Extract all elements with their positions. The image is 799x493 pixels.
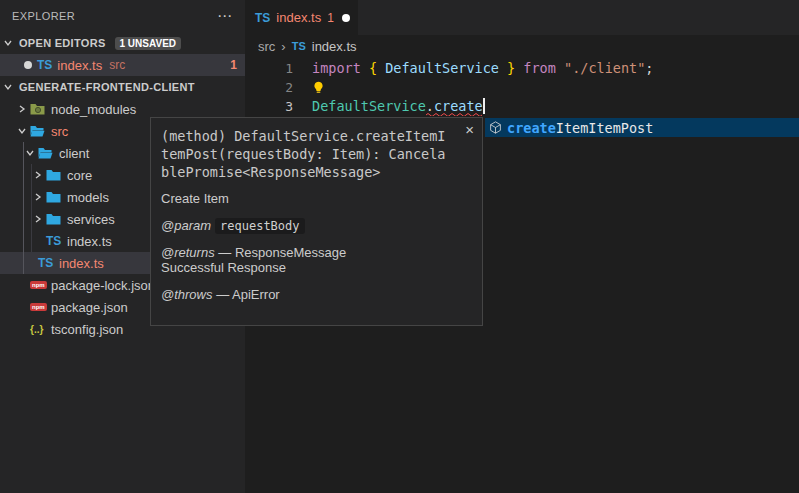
- chevron-down-icon: [4, 39, 16, 47]
- chevron-right-icon: [34, 171, 46, 179]
- returns-tag: @returns: [161, 245, 215, 260]
- error-count-badge: 1: [230, 58, 237, 72]
- tab-error-count: 1: [327, 11, 334, 25]
- throws-tag: @throws: [161, 287, 213, 302]
- npm-icon: npm: [30, 281, 47, 290]
- modified-dot-icon: [24, 61, 32, 69]
- tab-filename: index.ts: [276, 10, 321, 25]
- breadcrumb-folder[interactable]: src: [258, 39, 275, 54]
- breadcrumb-file[interactable]: index.ts: [312, 39, 357, 54]
- param-name-chip: requestBody: [215, 218, 304, 234]
- open-editor-folder: src: [109, 58, 125, 72]
- code-line-3: 3 DefaultService.create: [245, 97, 799, 116]
- chevron-down-icon: [26, 149, 38, 157]
- json-braces-icon: {..}: [30, 324, 47, 335]
- node-modules-folder-icon: [30, 103, 47, 115]
- line-number: 3: [245, 97, 293, 116]
- code-area[interactable]: 1 import { DefaultService } from "./clie…: [245, 57, 799, 116]
- typescript-icon: TS: [255, 11, 270, 25]
- line-number: 1: [245, 59, 293, 78]
- chevron-right-icon: [34, 193, 46, 201]
- open-editor-item[interactable]: TS index.ts src 1: [0, 54, 245, 76]
- code-line-content: import { DefaultService } from "./client…: [312, 59, 653, 78]
- error-squiggle: [426, 112, 484, 116]
- close-icon[interactable]: ×: [465, 123, 474, 137]
- param-tag: @param: [161, 218, 211, 233]
- folder-icon: [46, 213, 63, 225]
- typescript-icon: TS: [292, 40, 306, 52]
- method-cube-icon: [489, 121, 502, 134]
- doc-throws-line: @throws — ApiError: [161, 287, 472, 302]
- folder-open-icon: [38, 147, 55, 159]
- more-actions-icon[interactable]: ⋯: [217, 7, 233, 25]
- code-line-content: [312, 78, 325, 97]
- npm-icon: npm: [30, 303, 47, 312]
- suggestion-item-selected[interactable]: createItemItemPost: [485, 118, 799, 137]
- line-number: 2: [245, 78, 293, 97]
- chevron-down-icon: [18, 127, 30, 135]
- vscode-window: EXPLORER ⋯ OPEN EDITORS 1 UNSAVED TS ind…: [0, 0, 799, 493]
- folder-icon: [46, 169, 63, 181]
- tab-bar: TS index.ts 1: [245, 0, 799, 35]
- typescript-icon: TS: [37, 58, 52, 72]
- explorer-title: EXPLORER: [12, 10, 75, 22]
- tab-index-ts[interactable]: TS index.ts 1: [245, 0, 358, 35]
- suggestion-label: createItemItemPost: [507, 120, 653, 136]
- modified-dot-icon[interactable]: [342, 14, 350, 22]
- workspace-label: GENERATE-FRONTEND-CLIENT: [19, 81, 195, 93]
- chevron-down-icon: [4, 83, 16, 91]
- method-signature: (method) DefaultService.createItemI temP…: [161, 127, 472, 181]
- chevron-right-icon: [34, 215, 46, 223]
- doc-param-line: @paramrequestBody: [161, 218, 472, 233]
- throws-text: — ApiError: [216, 287, 280, 302]
- breadcrumb-separator-icon: ›: [281, 39, 285, 54]
- lightbulb-icon[interactable]: [312, 81, 325, 94]
- code-line-1: 1 import { DefaultService } from "./clie…: [245, 59, 799, 78]
- chevron-right-icon: [18, 105, 30, 113]
- section-workspace[interactable]: GENERATE-FRONTEND-CLIENT: [0, 76, 245, 98]
- section-label: OPEN EDITORS: [19, 37, 106, 49]
- breadcrumb: src › TS index.ts: [245, 35, 799, 57]
- folder-icon: [46, 191, 63, 203]
- folder-open-icon: [30, 125, 47, 137]
- typescript-icon: TS: [46, 234, 63, 248]
- typescript-icon: TS: [38, 256, 55, 270]
- code-line-2: 2: [245, 78, 799, 97]
- hover-docs-popup: × (method) DefaultService.createItemI te…: [150, 117, 483, 326]
- open-editor-filename: index.ts: [57, 58, 102, 73]
- explorer-header: EXPLORER ⋯: [0, 0, 245, 32]
- doc-returns-line: @returns — ResponseMessage Successful Re…: [161, 245, 411, 275]
- section-open-editors[interactable]: OPEN EDITORS 1 UNSAVED: [0, 32, 245, 54]
- doc-summary: Create Item: [161, 191, 472, 206]
- unsaved-badge: 1 UNSAVED: [115, 37, 182, 50]
